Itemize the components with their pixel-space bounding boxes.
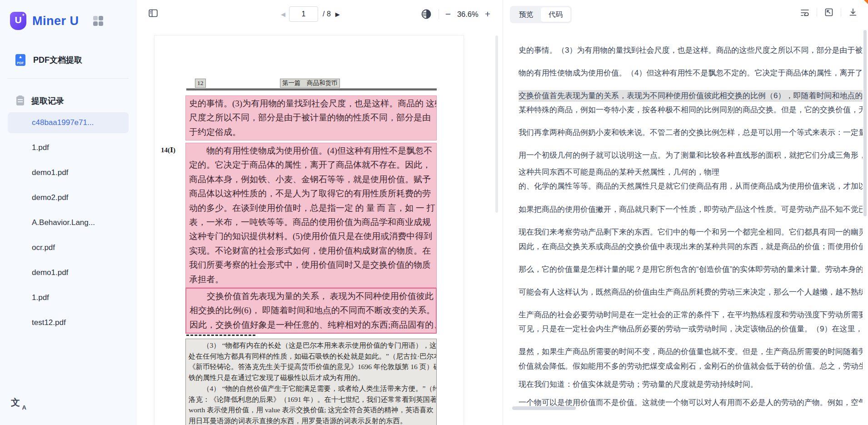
pdf-file-icon: ▲ PDF	[15, 54, 25, 66]
footnote-block[interactable]: （3） “物都有内在的长处（这是巴尔本用来表示使用价值的专门用语），这种长 处在…	[185, 339, 437, 425]
logo-wordmark: Miner U	[32, 14, 79, 28]
file-item[interactable]: 1.pdf	[8, 287, 129, 308]
grid-dot	[99, 21, 103, 26]
language-toggle-icon[interactable]: 文 A	[11, 396, 26, 410]
sidebar-divider	[7, 78, 129, 79]
toolbar-divider	[841, 8, 841, 17]
mineru-app: U ✦ Miner U ▲ PDF PDF文档提取 提取记录 c48baa199…	[0, 0, 868, 425]
file-item[interactable]: c48baa1997e71...	[8, 112, 129, 133]
upload-arrow-icon: ▲	[19, 55, 23, 59]
text-wrap-icon[interactable]	[800, 7, 810, 17]
pdf-extract-label: PDF文档提取	[33, 55, 82, 65]
preview-line: 某种特殊的商品，例如一夸特小麦，按各种极不相同的比例同别的商品交换。但是，它的交…	[519, 104, 863, 116]
preview-toolbar-icons	[800, 7, 858, 17]
file-item[interactable]: demo2.pdf	[8, 187, 129, 208]
zoom-in-icon[interactable]: +	[485, 10, 490, 19]
view-mode-tabs: 预览 代码	[510, 6, 572, 23]
pdf-line: 商品体本身，例如铁、小麦、金钢石等等，就是使用价值。赋予	[189, 172, 434, 186]
preview-line: 显然，如果生产商品所需要的时间不变，商品的价值量也就不变。但是，生产商品所需要的…	[519, 346, 863, 358]
page-navigation: ◀ / 8 ▶	[281, 6, 340, 22]
records-clipboard-icon	[16, 96, 24, 105]
pdf-line: 物的有用性使物成为使用价值。(4)但这种有用性不是飘忽不	[189, 144, 434, 158]
page-number-input[interactable]	[289, 6, 318, 22]
pdf-line: 交换价值首先表现为量的关系， 表现为不同种使用价值彼此	[190, 289, 433, 303]
tab-code[interactable]: 代码	[541, 7, 570, 22]
records-header: 提取记录	[0, 93, 136, 109]
preview-line: 可见，只是在一定社会内生产物品所必要的劳动一或劳动时间，决定该物品的价值量。（9…	[519, 323, 863, 335]
file-item[interactable]: test12.pdf	[8, 312, 129, 333]
pdf-line: 表，一米布，一吨铁等等。商品的使用价值为商品学和商业成规	[189, 215, 434, 229]
pdf-line: 定的。它决定于商品体的属性，离开了商品体就不存在。因此，	[189, 158, 434, 172]
section-title-box: 第一篇 商品和货币	[280, 79, 340, 88]
sidebar-item-pdf-extract[interactable]: ▲ PDF PDF文档提取	[0, 49, 136, 71]
pdf-icon-label: PDF	[15, 61, 25, 65]
pdf-line: 因此，交换价值好象是一种任意的、纯粹相对的东西;商品固有的、	[190, 318, 433, 332]
footnote-line: 用日耳曼语源的词表示直接的东西，用罗曼语源的词表示反射的东西。	[189, 415, 434, 425]
preview-vertical-scrollbar[interactable]	[863, 30, 867, 216]
page-total: / 8	[323, 10, 331, 18]
footnote-line: 铁的属性只是在通过它发现了磁极性以后才成为有用的。	[189, 372, 434, 383]
file-list: c48baa1997e71... 1.pdf demo1.pdf demo2.p…	[0, 112, 136, 337]
clip-line	[18, 99, 23, 100]
pdf-line: 于约定俗成。	[189, 125, 434, 139]
pdf-line: 这种专门的知识提供材料。(5)使用价值只是在使用或消费中得到	[189, 229, 434, 243]
panel-toggle-icon[interactable]	[148, 8, 159, 19]
preview-line: 生产商品的社会必要劳动时间是在一定社会的正常的条件下，在平均熟练程度和劳动强度下…	[519, 309, 863, 321]
mineru-logo-icon: U ✦	[10, 12, 26, 30]
highlighted-block-2[interactable]: 物的有用性使物成为使用价值。(4)但这种有用性不是飘忽不 定的。它决定于商品体的…	[185, 143, 437, 288]
collapse-panel-icon[interactable]	[824, 7, 834, 17]
preview-line: 史的事情。（3）为有用物的量找到社会尺度，也是这样。商品的这些尺度之所以不同，部…	[519, 45, 863, 56]
margin-label: 14(Ⅰ)	[161, 146, 175, 154]
markdown-preview[interactable]: 史的事情。（3）为有用物的量找到社会尺度，也是这样。商品的这些尺度之所以不同，部…	[504, 28, 868, 425]
preview-line: 这种共同东西不可能是商品的某种天然属性，几何的，物理	[519, 166, 863, 178]
file-item[interactable]: 1.pdf	[8, 137, 129, 158]
pdf-line: 尺度之所以不同，部分是由于被计量的物的性质不同，部分是由	[189, 110, 434, 125]
header-rule	[186, 89, 437, 91]
pdf-line: 相交换的比例(6)， 即随着时间和地点的不同而不断改变的关系。	[190, 303, 433, 317]
pdf-line: 动的多少。在谈到使用价值时，总是指一定 的 量 而 言，如 一 打	[189, 201, 434, 215]
download-icon[interactable]	[848, 7, 858, 17]
grid-dot	[93, 21, 98, 26]
prev-page-icon[interactable]: ◀	[281, 11, 285, 18]
viewer-vertical-scrollbar[interactable]	[495, 35, 498, 213]
preview-line: 现在我们来考察劳动产品剩下来的东西。它们中的每一个和另一个都完全相同。它们都具有…	[519, 226, 863, 238]
zoom-out-icon[interactable]: −	[445, 10, 451, 19]
pdf-line: 实现。不论财富的社会形式如何，使用价值构成财富的物质。在	[189, 244, 434, 258]
highlighted-block-1[interactable]: 史的事情。(3)为有用物的量找到社会尺度，也是这样。商品的 这些 尺度之所以不同…	[185, 95, 437, 140]
pdf-line: 商品体以这种性质的，不是人为了取得它的有用性质所耗费的劳	[189, 186, 434, 200]
pdf-page[interactable]: 12 第一篇 商品和货币 14(Ⅰ) 史的事情。(3)为有用物的量找到社会尺度，…	[155, 35, 464, 425]
sparkle-icon: ✦	[21, 13, 25, 17]
lang-zh-glyph: 文	[11, 396, 20, 409]
preview-line: 那么，它的价值量是怎样计量的呢？是用它所包含的“创造价值”的实体即劳动的量来计量…	[519, 264, 863, 275]
preview-line: 因此，在商品交换关系或商品的交换价值中表现出来的某种共同的东西，就是商品的价值；…	[519, 241, 863, 253]
clip-line	[18, 101, 23, 102]
grid-dot	[99, 16, 103, 20]
file-item[interactable]: demo1.pdf	[8, 162, 129, 183]
preview-line-highlighted: 交换价值首先表现为量的关系，表现为不同种使用价值彼此相交换的比例（6），即随着时…	[519, 90, 863, 102]
apps-grid-icon[interactable]	[93, 16, 103, 26]
lang-en-glyph: A	[22, 404, 26, 411]
next-page-icon[interactable]: ▶	[335, 11, 340, 18]
logo[interactable]: U ✦ Miner U	[10, 11, 79, 31]
file-item[interactable]: ocr.pdf	[8, 237, 129, 258]
file-item[interactable]: demo1.pdf	[8, 262, 129, 283]
preview-line: 如果把商品的使用价值撇开，商品就只剩下一个性质，即劳动产品这个性质。可是劳动产品…	[519, 204, 863, 215]
footnote-line: 处在任何地方都具有同样的性质，如磁石吸铁的长处就是如此。”（尼古拉·巴尔本	[189, 351, 434, 362]
preview-horizontal-scrollbar[interactable]	[512, 406, 576, 410]
pdf-line: 承担者。	[189, 272, 434, 286]
preview-line: 物的有用性使物成为使用价值。（4）但这种有用性不是飘忽不定的。它决定于商品体的属…	[519, 67, 863, 79]
footnote-line: 洛克：《论降低利息的后果》（1691 年）。在十七世纪，我们还常常看到英国著作家…	[189, 394, 434, 405]
preview-line: 可能会有人这样认为，既然商品的价值由生产商品所耗费的劳动三来决定，那么一个人越懒…	[519, 286, 863, 298]
highlighted-block-3[interactable]: 交换价值首先表现为量的关系， 表现为不同种使用价值彼此 相交换的比例(6)， 即…	[185, 288, 437, 334]
zoom-level: 36.6%	[457, 10, 479, 19]
preview-panel: 预览 代码	[504, 0, 868, 425]
footnote-rule	[186, 335, 255, 336]
contrast-icon[interactable]	[420, 8, 432, 20]
file-item[interactable]: A.Behavior.Lang...	[8, 212, 129, 233]
viewer-toolbar: ◀ / 8 ▶ − 36.6% +	[136, 0, 503, 28]
footnote-line: （4） “物的自然价值产生于它能满足需要，或者给人类生活带来方便。”（约翰·	[189, 383, 434, 394]
sidebar: U ✦ Miner U ▲ PDF PDF文档提取 提取记录 c48baa199…	[0, 0, 136, 425]
preview-line: 现在我们知道：价值实体就是劳动；劳动量的尺度就是劳动持续时间。	[519, 379, 863, 390]
pdf-line: 我们所要考察的社会形式中，使用价值同时又是交换价值的物质	[189, 258, 434, 272]
tab-preview[interactable]: 预览	[511, 7, 541, 22]
